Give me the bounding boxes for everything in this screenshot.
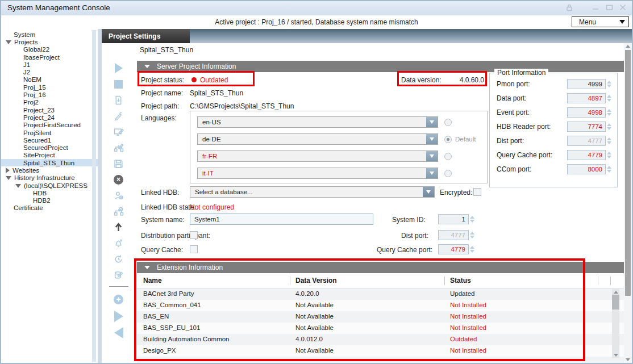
tree-expander-icon[interactable]	[15, 107, 20, 112]
tree-expander-icon[interactable]	[15, 100, 20, 105]
default-language-radio[interactable]	[444, 136, 452, 143]
maximize-button[interactable]	[602, 2, 616, 12]
tree-expander-icon[interactable]	[6, 40, 11, 44]
edit-station-button[interactable]	[107, 124, 130, 140]
table-scrollbar[interactable]	[612, 289, 619, 358]
spinner-arrows-icon[interactable]	[607, 79, 611, 89]
chevron-down-icon[interactable]	[426, 151, 438, 161]
tree-expander-icon[interactable]	[15, 55, 20, 60]
language-select[interactable]: it-IT	[197, 168, 438, 179]
start-project-button[interactable]	[107, 60, 130, 76]
tree-item[interactable]: J1	[1, 61, 98, 68]
column-header-data-version[interactable]: Data Version	[295, 277, 337, 284]
table-row[interactable]: Desigo_PX Not Available Not Installed	[137, 345, 624, 357]
tree-item[interactable]: J2	[1, 68, 98, 76]
tree-expander-icon[interactable]	[15, 77, 20, 82]
tree-expander-icon[interactable]	[15, 137, 20, 143]
extension-section-header[interactable]: Extension Information	[137, 262, 624, 273]
scroll-down-icon[interactable]	[626, 358, 630, 361]
chevron-down-icon[interactable]	[426, 117, 438, 127]
tree-item[interactable]: IbaseProject	[1, 53, 98, 61]
linked-hdb-select[interactable]: Select a database...	[190, 186, 435, 198]
tree-item[interactable]: Projects	[1, 38, 98, 45]
back-button[interactable]	[107, 323, 130, 339]
table-row[interactable]: Building Automation Common 4.0.012.0 Out…	[137, 334, 624, 345]
edit-distribution-button[interactable]	[107, 140, 130, 156]
add-button[interactable]: +	[107, 291, 130, 307]
distribution-participant-checkbox[interactable]	[190, 231, 198, 239]
scrollbar-thumb[interactable]	[625, 50, 631, 296]
tree-scrollbar[interactable]	[92, 30, 96, 362]
scrollbar-thumb[interactable]	[612, 295, 619, 309]
tree-item[interactable]: ProjSilent	[1, 129, 98, 136]
tree-expander-icon[interactable]	[15, 62, 20, 67]
table-row[interactable]: BACnet 3rd Party 4.0.20.0 Updated	[137, 288, 624, 300]
query-cache-port-spinner[interactable]: 4779	[438, 244, 474, 254]
tree-item[interactable]: Global22	[1, 46, 98, 53]
tree-expander-icon[interactable]	[6, 168, 10, 173]
spinner-arrows-icon[interactable]	[607, 150, 611, 160]
spinner-arrows-icon[interactable]	[607, 122, 611, 132]
system-id-spinner[interactable]: 1	[438, 214, 474, 224]
edit-database-button[interactable]	[107, 267, 130, 283]
column-header-name[interactable]: Name	[143, 277, 162, 284]
tree-expander-icon[interactable]	[15, 123, 20, 128]
port-input[interactable]: 4998	[567, 107, 606, 118]
tree-expander-icon[interactable]	[25, 190, 30, 195]
tree-item[interactable]: Proj2	[1, 99, 98, 106]
port-input[interactable]: 4897	[567, 93, 606, 103]
forward-button[interactable]	[107, 307, 130, 323]
tree-item[interactable]: Spital_STS_Thun	[1, 159, 98, 166]
save-project-button[interactable]	[107, 156, 130, 171]
default-language-radio[interactable]	[444, 153, 452, 160]
spinner-arrows-icon[interactable]	[470, 244, 474, 254]
table-row[interactable]: BAS_EN Not Available Not Installed	[137, 311, 624, 323]
disable-notifications-button[interactable]	[107, 235, 130, 251]
tree-expander-icon[interactable]	[15, 145, 20, 150]
tree-expander-icon[interactable]	[15, 130, 20, 135]
default-language-radio[interactable]	[444, 119, 452, 126]
upgrade-project-button[interactable]	[107, 219, 130, 235]
tree-item[interactable]: System	[1, 31, 98, 38]
language-select[interactable]: de-DE	[197, 133, 438, 145]
tree-expander-icon[interactable]	[15, 115, 20, 120]
tree-item[interactable]: NoEM	[1, 76, 98, 83]
default-language-radio[interactable]	[444, 170, 452, 177]
spinner-arrows-icon[interactable]	[607, 107, 611, 118]
tree-item[interactable]: SiteProject	[1, 152, 98, 159]
spinner-arrows-icon[interactable]	[470, 230, 474, 240]
port-input[interactable]: 8000	[567, 164, 606, 174]
tree-expander-icon[interactable]	[15, 70, 20, 75]
chevron-down-icon[interactable]	[423, 187, 434, 197]
dist-port-spinner[interactable]: 4777	[438, 230, 474, 240]
close-button[interactable]	[616, 2, 630, 12]
tree-expander-icon[interactable]	[25, 198, 30, 203]
tree-expander-icon[interactable]	[6, 32, 11, 37]
table-row[interactable]: BAS_SSP_EU_101 Not Available Not Install…	[137, 323, 624, 334]
tree-expander-icon[interactable]	[15, 93, 20, 98]
tree-expander-icon[interactable]	[15, 160, 20, 165]
chevron-down-icon[interactable]	[426, 168, 438, 178]
tree-item[interactable]: Proj_16	[1, 91, 98, 98]
edit-project-button[interactable]	[107, 108, 130, 124]
scroll-down-icon[interactable]	[614, 354, 618, 357]
spinner-arrows-icon[interactable]	[607, 93, 611, 103]
stop-project-button[interactable]	[107, 76, 130, 92]
spinner-arrows-icon[interactable]	[607, 136, 611, 146]
language-select[interactable]: fr-FR	[197, 150, 438, 162]
content-scrollbar[interactable]	[624, 43, 632, 363]
close-project-button[interactable]: ×	[107, 171, 130, 187]
history-restore-button[interactable]	[107, 251, 130, 267]
tree-item[interactable]: Secured1	[1, 136, 98, 144]
tree-item[interactable]: HDB2	[1, 197, 98, 204]
port-input[interactable]: 4779	[567, 150, 606, 160]
tree-expander-icon[interactable]	[6, 206, 11, 211]
tree-item[interactable]: Proj_15	[1, 83, 98, 91]
network-check-button[interactable]	[107, 203, 130, 219]
chevron-down-icon[interactable]	[426, 134, 438, 144]
tree-expander-icon[interactable]	[15, 153, 20, 158]
tree-item[interactable]: HDB	[1, 189, 98, 196]
encrypted-checkbox[interactable]	[473, 188, 481, 196]
tree-item[interactable]: Project_24	[1, 114, 98, 121]
spinner-arrows-icon[interactable]	[607, 164, 611, 174]
